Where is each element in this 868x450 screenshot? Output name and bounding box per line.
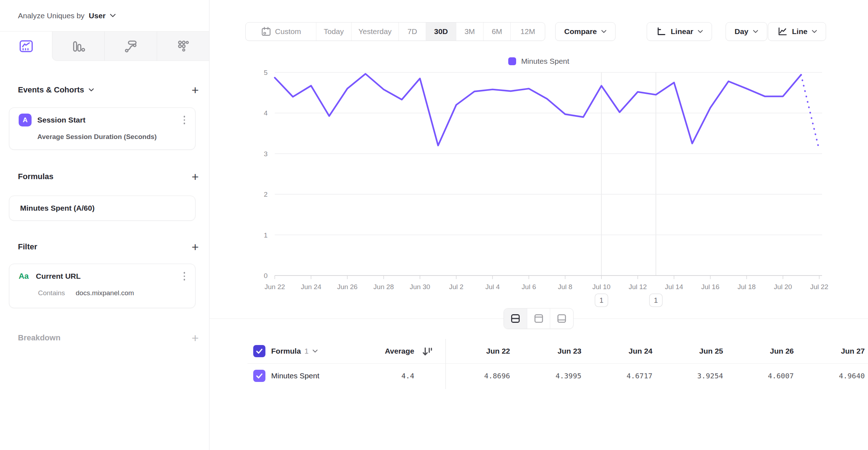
- svg-text:Jul 14: Jul 14: [665, 283, 683, 291]
- column-header-jun27: Jun 27: [807, 347, 865, 355]
- breakdown-title: Breakdown: [18, 333, 61, 343]
- row-checkbox[interactable]: [253, 370, 265, 382]
- tab-insights[interactable]: [0, 32, 52, 61]
- filter-title: Filter: [18, 242, 37, 252]
- add-filter-button[interactable]: +: [192, 241, 199, 252]
- svg-text:1: 1: [654, 296, 658, 304]
- filter-value[interactable]: docs.mixpanel.com: [76, 289, 134, 297]
- compare-button[interactable]: Compare: [555, 22, 615, 41]
- panel-layout-toggle: [504, 308, 574, 329]
- date-range-today[interactable]: Today: [316, 23, 351, 40]
- svg-text:Jun 30: Jun 30: [410, 283, 430, 291]
- layout-table-only-button[interactable]: [550, 308, 573, 329]
- layout-chart-only-button[interactable]: [527, 308, 550, 329]
- row-series-name[interactable]: Minutes Spent: [271, 372, 319, 380]
- event-name[interactable]: Session Start: [37, 116, 85, 124]
- svg-text:Jul 16: Jul 16: [701, 283, 720, 291]
- svg-text:Jul 10: Jul 10: [592, 283, 610, 291]
- column-header-jun25: Jun 25: [666, 347, 723, 355]
- chart-type-button[interactable]: Line: [768, 22, 826, 41]
- events-cohorts-title[interactable]: Events & Cohorts: [18, 85, 94, 95]
- add-breakdown-button[interactable]: +: [192, 332, 199, 343]
- tab-flows[interactable]: [104, 32, 157, 61]
- filter-section-header: Filter +: [18, 241, 199, 253]
- filter-more-menu[interactable]: [181, 270, 188, 283]
- select-all-checkbox[interactable]: [253, 345, 265, 357]
- analyze-by-dropdown[interactable]: User: [89, 11, 106, 20]
- add-formula-button[interactable]: +: [192, 171, 199, 182]
- calendar-icon: [261, 26, 272, 37]
- linear-axis-icon: [656, 26, 666, 37]
- row-value-jun27: 4.9640: [807, 372, 865, 380]
- svg-text:Jun 22: Jun 22: [264, 283, 285, 291]
- filter-operator[interactable]: Contains: [38, 289, 65, 297]
- flows-icon: [123, 39, 138, 54]
- row-average-value: 4.4: [357, 372, 414, 380]
- chevron-down-icon: [698, 30, 703, 33]
- formula-card[interactable]: Minutes Spent (A/60): [9, 196, 195, 221]
- date-range-12m[interactable]: 12M: [510, 23, 545, 40]
- sort-icon[interactable]: [420, 345, 433, 358]
- chevron-down-icon: [110, 14, 116, 18]
- row-value-jun26: 4.6007: [736, 372, 794, 380]
- svg-text:Jun 28: Jun 28: [373, 283, 394, 291]
- breakdown-section-header: Breakdown +: [18, 332, 199, 344]
- group-number: 1: [305, 347, 309, 355]
- minutes-spent-line-chart[interactable]: 012345Jun 22Jun 24Jun 26Jun 28Jun 30Jul …: [209, 47, 868, 322]
- filter-property-name[interactable]: Current URL: [36, 272, 81, 281]
- tab-retention[interactable]: [157, 32, 209, 61]
- date-range-7d[interactable]: 7D: [398, 23, 426, 40]
- chevron-down-icon: [601, 30, 607, 33]
- column-header-jun24: Jun 24: [595, 347, 652, 355]
- line-chart-icon: [777, 26, 788, 37]
- report-type-tabs: [0, 32, 209, 61]
- svg-text:Jul 2: Jul 2: [449, 283, 463, 291]
- tab-funnels[interactable]: [52, 32, 104, 61]
- check-icon: [255, 347, 264, 355]
- svg-text:Jul 18: Jul 18: [737, 283, 756, 291]
- formulas-title: Formulas: [18, 172, 53, 181]
- event-card-session-start[interactable]: A Session Start Average Session Duration…: [9, 107, 195, 150]
- table-group-header[interactable]: Formula 1: [271, 347, 318, 355]
- axis-scale-button[interactable]: Linear: [647, 22, 712, 41]
- retention-grid-icon: [176, 39, 191, 54]
- formula-name[interactable]: Minutes Spent (A/60): [20, 204, 95, 212]
- average-column-header[interactable]: Average: [357, 347, 414, 355]
- string-property-icon: Aa: [17, 272, 30, 281]
- svg-text:Jul 8: Jul 8: [558, 283, 572, 291]
- date-range-yesterday[interactable]: Yesterday: [351, 23, 398, 40]
- row-value-jun24: 4.6717: [595, 372, 652, 380]
- chevron-down-icon: [812, 30, 817, 33]
- chevron-down-icon: [753, 30, 758, 33]
- filter-card-current-url[interactable]: Aa Current URL Contains docs.mixpanel.co…: [9, 264, 195, 308]
- svg-text:Jun 26: Jun 26: [337, 283, 358, 291]
- date-range-custom[interactable]: Custom: [246, 23, 316, 40]
- chevron-down-icon: [89, 88, 94, 92]
- date-range-3m[interactable]: 3M: [456, 23, 483, 40]
- layout-split-view-button[interactable]: [504, 308, 527, 329]
- date-range-picker: Custom Today Yesterday 7D 30D 3M 6M 12M: [245, 22, 545, 41]
- date-range-6m[interactable]: 6M: [483, 23, 510, 40]
- event-more-menu[interactable]: [181, 114, 188, 126]
- add-event-button[interactable]: +: [192, 85, 199, 95]
- row-value-jun23: 4.3995: [524, 372, 581, 380]
- split-view-icon: [510, 313, 521, 324]
- column-header-jun23: Jun 23: [524, 347, 581, 355]
- insights-line-chart-icon: [19, 39, 34, 54]
- table-column-separator: [445, 339, 446, 389]
- interval-button[interactable]: Day: [726, 22, 767, 41]
- event-letter-badge: A: [19, 114, 32, 126]
- insights-report-page: Analyze Uniques by User: [0, 0, 868, 450]
- table-only-icon: [556, 313, 567, 324]
- date-range-30d[interactable]: 30D: [426, 23, 456, 40]
- svg-text:Jul 22: Jul 22: [810, 283, 829, 291]
- svg-text:1: 1: [599, 296, 603, 304]
- svg-text:Jul 12: Jul 12: [629, 283, 647, 291]
- query-builder-sidebar: Analyze Uniques by User: [0, 0, 209, 450]
- event-measurement[interactable]: Average Session Duration (Seconds): [9, 133, 195, 141]
- table-header-divider: [247, 363, 868, 364]
- svg-text:4: 4: [264, 109, 268, 117]
- svg-text:Jun 24: Jun 24: [301, 283, 321, 291]
- column-header-jun22: Jun 22: [453, 347, 510, 355]
- chevron-down-icon: [312, 349, 318, 353]
